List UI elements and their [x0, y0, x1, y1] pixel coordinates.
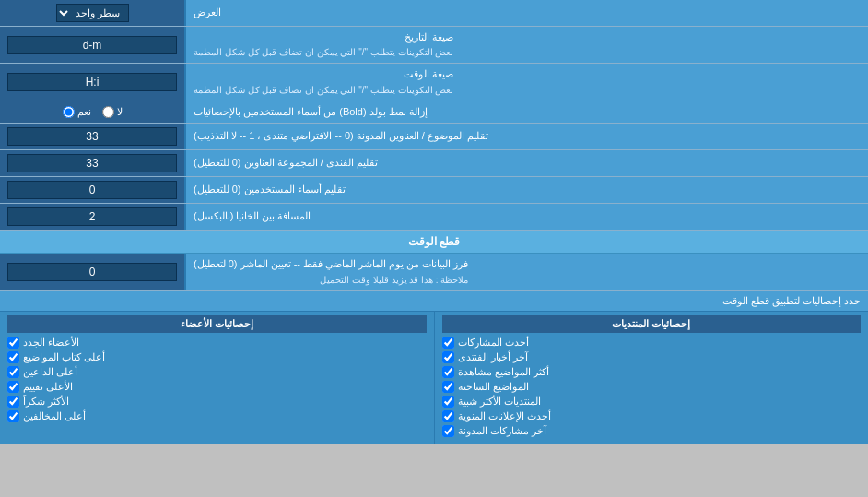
cb-most-similar-label: المنتديات الأكثر شبية — [458, 396, 541, 408]
checkboxes-section: إحصائيات المنتديات أحدث المشاركات آخر أخ… — [0, 312, 868, 444]
time-format-input[interactable] — [7, 73, 177, 91]
cb-item-1: أحدث المشاركات — [442, 337, 862, 349]
main-container: العرض سطر واحد صيغة التاريخ بعض التكوينا… — [0, 0, 868, 444]
realtime-data-row: فرز البيانات من يوم الماشر الماضي فقط --… — [0, 254, 868, 290]
forum-group-input-wrap — [0, 150, 184, 176]
bold-remove-label: إزالة نمط بولد (Bold) من أسماء المستخدمي… — [184, 101, 868, 123]
radio-yes-label: نعم — [63, 106, 91, 118]
cb-top-inviters-label: أعلى الداعين — [23, 366, 77, 378]
cb-top-writers-input[interactable] — [7, 351, 19, 363]
cb-item-6: أحدث الإعلانات المنوية — [442, 410, 862, 422]
limit-stats-label: حدد إحصاليات لتطبيق قطع الوقت — [7, 295, 861, 307]
forum-group-input[interactable] — [7, 154, 177, 172]
realtime-data-input-wrap — [0, 254, 184, 290]
cb-latest-ads[interactable] — [442, 410, 454, 422]
user-names-row: تقليم أسماء المستخدمين (0 للتعطيل) — [0, 177, 868, 204]
time-format-row: صيغة الوقت بعض التكوينات يتطلب "/" التي … — [0, 64, 868, 101]
cb-item-7: آخر مشاركات المدونة — [442, 425, 862, 437]
date-format-input-wrap — [0, 27, 184, 63]
cb-most-thanks-input[interactable] — [7, 396, 19, 408]
cb-new-members: الأعضاء الجدد — [7, 337, 427, 349]
cb-top-writers-label: أعلى كتاب المواضيع — [23, 351, 105, 363]
single-line-select[interactable]: سطر واحد — [56, 4, 129, 22]
cb-top-rated-label: الأعلى تقييم — [23, 381, 73, 393]
cb-item-2: آخر أخبار الفنتدى — [442, 351, 862, 363]
forum-group-label: تقليم الفندى / المجموعة العناوين (0 للتع… — [184, 150, 868, 176]
date-format-row: صيغة التاريخ بعض التكوينات يتطلب "/" الت… — [0, 27, 868, 64]
col-members-title: إحصائيات الأعضاء — [7, 315, 427, 333]
user-names-input-wrap — [0, 177, 184, 203]
user-names-input[interactable] — [7, 181, 177, 199]
col-forums: إحصائيات المنتديات أحدث المشاركات آخر أخ… — [434, 312, 869, 444]
single-line-input: سطر واحد — [0, 0, 184, 26]
spacing-input-wrap — [0, 204, 184, 230]
title-text: العرض — [194, 6, 221, 19]
cb-forum-news[interactable] — [442, 351, 454, 363]
cb-item-5: المنتديات الأكثر شبية — [442, 396, 862, 408]
cb-forum-news-label: آخر أخبار الفنتدى — [458, 351, 528, 363]
cb-hot-topics-label: المواضيع الساخنة — [458, 381, 529, 393]
cb-top-writers: أعلى كتاب المواضيع — [7, 351, 427, 363]
cb-most-thanks: الأكثر شكراً — [7, 396, 427, 408]
single-line-row: العرض سطر واحد — [0, 0, 868, 27]
cb-top-inviters: أعلى الداعين — [7, 366, 427, 378]
forum-topics-label: تقليم الموضوع / العناوين المدونة (0 -- ا… — [184, 124, 868, 149]
cb-most-similar[interactable] — [442, 396, 454, 408]
bold-remove-options: نعم لا — [0, 101, 184, 123]
time-format-input-wrap — [0, 64, 184, 100]
time-format-label: صيغة الوقت بعض التكوينات يتطلب "/" التي … — [184, 64, 868, 100]
realtime-data-input[interactable] — [7, 263, 177, 281]
col-forums-title: إحصائيات المنتديات — [442, 315, 862, 333]
cb-most-viewed-label: أكثر المواضيع مشاهدة — [458, 366, 549, 378]
cb-latest-posts[interactable] — [442, 337, 454, 349]
cb-top-inviters-input[interactable] — [7, 366, 19, 378]
cb-top-violators-label: أعلى المخالفين — [23, 410, 86, 422]
radio-no-label: لا — [102, 106, 123, 118]
bold-remove-row: إزالة نمط بولد (Bold) من أسماء المستخدمي… — [0, 101, 868, 124]
forum-topics-row: تقليم الموضوع / العناوين المدونة (0 -- ا… — [0, 124, 868, 150]
cb-blog-posts[interactable] — [442, 425, 454, 437]
display-label: العرض — [184, 0, 868, 26]
spacing-row: المسافة بين الخانيا (بالبكسل) — [0, 204, 868, 231]
forum-topics-input[interactable] — [7, 127, 177, 146]
cb-blog-posts-label: آخر مشاركات المدونة — [458, 425, 546, 437]
cb-hot-topics[interactable] — [442, 381, 454, 393]
radio-no[interactable] — [102, 106, 114, 118]
forum-topics-input-wrap — [0, 124, 184, 149]
cb-most-thanks-label: الأكثر شكراً — [23, 396, 69, 408]
cb-item-4: المواضيع الساخنة — [442, 381, 862, 393]
cb-new-members-label: الأعضاء الجدد — [23, 337, 79, 349]
cb-top-rated: الأعلى تقييم — [7, 381, 427, 393]
cb-latest-ads-label: أحدث الإعلانات المنوية — [458, 410, 551, 422]
col-members: إحصائيات الأعضاء الأعضاء الجدد أعلى كتاب… — [0, 312, 434, 444]
spacing-label: المسافة بين الخانيا (بالبكسل) — [184, 204, 868, 230]
cb-top-rated-input[interactable] — [7, 381, 19, 393]
spacing-input[interactable] — [7, 207, 177, 226]
date-format-input[interactable] — [7, 36, 177, 54]
cb-top-violators: أعلى المخالفين — [7, 410, 427, 422]
realtime-data-label: فرز البيانات من يوم الماشر الماضي فقط --… — [184, 254, 868, 290]
cb-latest-posts-label: أحدث المشاركات — [458, 337, 529, 349]
limit-stats-row: حدد إحصاليات لتطبيق قطع الوقت — [0, 291, 868, 312]
date-format-label: صيغة التاريخ بعض التكوينات يتطلب "/" الت… — [184, 27, 868, 63]
cb-most-viewed[interactable] — [442, 366, 454, 378]
realtime-section-header: قطع الوقت — [0, 231, 868, 254]
forum-group-row: تقليم الفندى / المجموعة العناوين (0 للتع… — [0, 150, 868, 177]
cb-item-3: أكثر المواضيع مشاهدة — [442, 366, 862, 378]
cb-top-violators-input[interactable] — [7, 410, 19, 422]
radio-yes[interactable] — [63, 106, 75, 118]
cb-new-members-input[interactable] — [7, 337, 19, 349]
user-names-label: تقليم أسماء المستخدمين (0 للتعطيل) — [184, 177, 868, 203]
